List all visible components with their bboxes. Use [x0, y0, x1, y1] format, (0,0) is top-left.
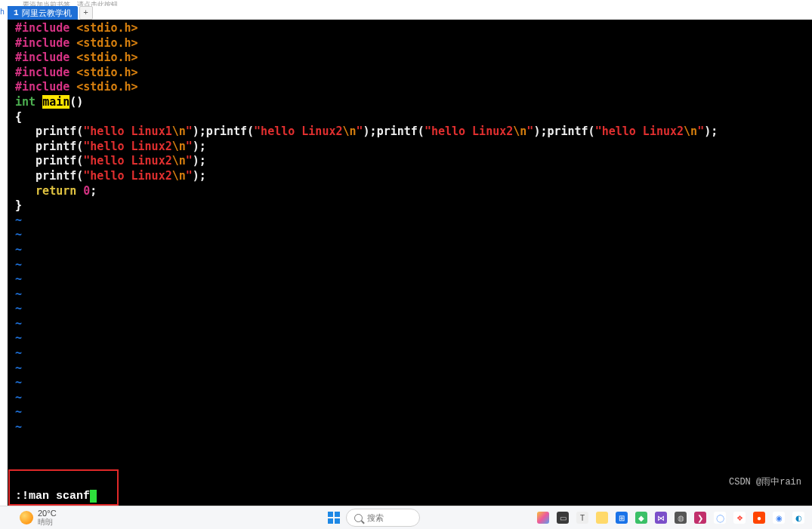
- code-line: ~: [15, 391, 812, 406]
- vs-icon[interactable]: ⋈: [652, 509, 670, 527]
- code-line: int main(): [15, 95, 812, 110]
- cursor-block: [90, 490, 97, 503]
- code-line: ~: [15, 302, 812, 317]
- weather-desc: 晴朗: [38, 518, 57, 526]
- code-line: #include <stdio.h>: [15, 36, 812, 51]
- code-line: #include <stdio.h>: [15, 21, 812, 36]
- command-text: :!man scanf: [15, 490, 90, 503]
- gutter-char: h: [0, 6, 8, 20]
- svg-rect-3: [335, 518, 340, 524]
- start-button[interactable]: [325, 509, 343, 527]
- code-line: ~: [15, 361, 812, 377]
- code-line: #include <stdio.h>: [15, 80, 812, 95]
- code-line: ~: [15, 258, 812, 273]
- taskbar-tray: ▭T⊞◆⋈◍❯◯❖●◉◐: [534, 509, 807, 527]
- chrome-icon[interactable]: ◉: [770, 509, 788, 527]
- flame-icon[interactable]: ❖: [730, 509, 749, 527]
- windows-taskbar: 20°C 晴朗 搜索 ▭T⊞◆⋈◍❯◯❖●◉◐: [0, 506, 812, 529]
- code-line: printf("hello Linux1\n");printf("hello L…: [15, 125, 812, 140]
- code-line: printf("hello Linux2\n");: [15, 169, 812, 184]
- vim-editor[interactable]: #include <stdio.h>#include <stdio.h>#inc…: [8, 20, 812, 506]
- code-line: ~: [15, 346, 812, 361]
- svg-rect-2: [328, 518, 333, 524]
- tab-bar: h 1 阿里云教学机 +: [0, 6, 812, 20]
- tab-title: 阿里云教学机: [22, 8, 72, 19]
- code-line: ~: [15, 272, 812, 288]
- code-line: ~: [15, 317, 812, 332]
- taskbar-center: 搜索: [325, 509, 420, 527]
- svg-rect-0: [328, 512, 333, 517]
- code-line: #include <stdio.h>: [15, 51, 812, 66]
- code-line: ~: [15, 420, 812, 435]
- left-gutter: [0, 20, 8, 506]
- vim-command-line[interactable]: :!man scanf: [15, 489, 97, 504]
- explorer-icon[interactable]: [593, 509, 611, 527]
- assistant-icon[interactable]: [534, 509, 552, 527]
- new-tab-button[interactable]: +: [79, 6, 93, 20]
- code-line: ~: [15, 243, 812, 258]
- files-icon[interactable]: ▭: [554, 509, 572, 527]
- app-root: 要添加当前书签，请点击此按钮。 h 1 阿里云教学机 + #include <s…: [0, 0, 812, 529]
- sun-icon: [20, 511, 33, 524]
- editor-wrap: #include <stdio.h>#include <stdio.h>#inc…: [0, 20, 812, 506]
- cube-icon[interactable]: ◍: [672, 509, 690, 527]
- code-line: ~: [15, 288, 812, 303]
- search-icon: [354, 514, 363, 522]
- code-line: }: [15, 198, 812, 214]
- store-icon[interactable]: ⊞: [613, 509, 631, 527]
- code-line: printf("hello Linux2\n");: [15, 154, 812, 169]
- tab-index: 1: [14, 8, 19, 17]
- diamond-icon[interactable]: ◆: [632, 509, 650, 527]
- terminal-tab[interactable]: 1 阿里云教学机: [8, 6, 78, 20]
- code-line: ~: [15, 214, 812, 229]
- reddit-icon[interactable]: ●: [750, 509, 768, 527]
- text-icon[interactable]: T: [573, 509, 591, 527]
- weather-widget[interactable]: 20°C 晴朗: [0, 509, 57, 526]
- code-line: printf("hello Linux2\n");: [15, 140, 812, 155]
- browser-hint-bar: 要添加当前书签，请点击此按钮。: [0, 0, 812, 6]
- search-placeholder: 搜索: [367, 512, 384, 524]
- leaf-icon[interactable]: ❯: [691, 509, 709, 527]
- weather-temp: 20°C: [38, 509, 57, 518]
- taskbar-search[interactable]: 搜索: [346, 509, 420, 527]
- code-line: ~: [15, 331, 812, 346]
- code-line: return 0;: [15, 184, 812, 199]
- code-line: ~: [15, 228, 812, 243]
- svg-rect-1: [335, 512, 340, 517]
- code-line: ~: [15, 405, 812, 420]
- code-line: {: [15, 110, 812, 125]
- watermark-text: CSDN @雨中rain: [729, 475, 801, 491]
- code-area: #include <stdio.h>#include <stdio.h>#inc…: [15, 21, 812, 435]
- code-line: ~: [15, 376, 812, 391]
- ring-icon[interactable]: ◯: [711, 509, 729, 527]
- edge-icon[interactable]: ◐: [789, 509, 807, 527]
- code-line: #include <stdio.h>: [15, 66, 812, 81]
